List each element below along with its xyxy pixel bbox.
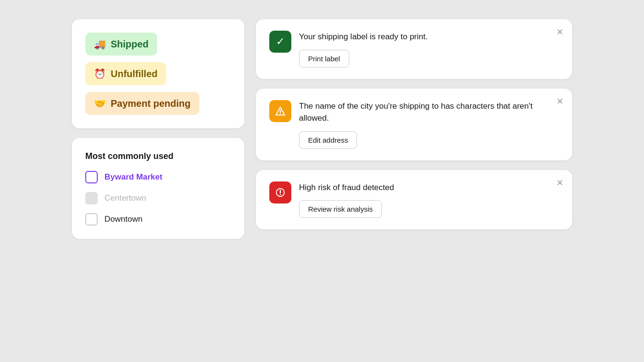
shipped-icon: 🚚 (94, 38, 106, 50)
mcu-item-downtown[interactable]: Downtown (85, 213, 231, 226)
notification-shipping-label: ✓ Your shipping label is ready to print.… (256, 19, 572, 79)
status-badges-card: 🚚 Shipped ⏰ Unfulfilled 🤝 Payment pendin… (72, 19, 244, 128)
review-risk-button[interactable]: Review risk analysis (299, 200, 382, 218)
right-column: ✓ Your shipping label is ready to print.… (256, 19, 572, 229)
close-fraud-notification[interactable]: ✕ (556, 179, 564, 187)
shipped-label: Shipped (111, 39, 149, 50)
main-layout: 🚚 Shipped ⏰ Unfulfilled 🤝 Payment pendin… (0, 0, 644, 362)
mcu-label-byward: Byward Market (104, 172, 162, 182)
notification-city-name: The name of the city you're shipping to … (256, 89, 572, 160)
close-shipping-notification[interactable]: ✕ (556, 28, 564, 36)
success-icon: ✓ (269, 31, 291, 53)
left-column: 🚚 Shipped ⏰ Unfulfilled 🤝 Payment pendin… (72, 19, 244, 239)
mcu-label-centertown: Centertown (104, 193, 146, 203)
mcu-label-downtown: Downtown (104, 215, 142, 224)
checkbox-downtown[interactable] (85, 213, 98, 226)
most-commonly-used-card: Most commonly used Byward Market Centert… (72, 138, 244, 239)
payment-label: Payment pending (111, 98, 191, 109)
payment-icon: 🤝 (94, 98, 106, 109)
notification-city-text: The name of the city you're shipping to … (299, 100, 559, 124)
mcu-list: Byward Market Centertown Downtown (85, 171, 231, 226)
close-city-notification[interactable]: ✕ (556, 97, 564, 106)
badge-payment-pending: 🤝 Payment pending (85, 92, 199, 115)
danger-icon (269, 181, 291, 204)
status-badges-list: 🚚 Shipped ⏰ Unfulfilled 🤝 Payment pendin… (85, 33, 231, 115)
checkbox-centertown (85, 192, 98, 204)
warning-icon (269, 100, 291, 122)
notification-shipping-content: Your shipping label is ready to print. P… (299, 31, 559, 68)
unfulfilled-label: Unfulfilled (111, 68, 158, 79)
notification-shipping-text: Your shipping label is ready to print. (299, 31, 559, 43)
notification-fraud-content: High risk of fraud detected Review risk … (299, 181, 559, 218)
badge-unfulfilled: ⏰ Unfulfilled (85, 62, 166, 85)
unfulfilled-icon: ⏰ (94, 68, 106, 79)
svg-point-4 (280, 194, 281, 195)
notification-city-content: The name of the city you're shipping to … (299, 100, 559, 149)
mcu-item-centertown: Centertown (85, 192, 231, 204)
edit-address-button[interactable]: Edit address (299, 131, 357, 149)
checkbox-byward[interactable] (85, 171, 98, 183)
badge-shipped: 🚚 Shipped (85, 33, 157, 56)
mcu-title: Most commonly used (85, 151, 231, 161)
mcu-item-byward[interactable]: Byward Market (85, 171, 231, 183)
svg-point-1 (280, 113, 281, 114)
notification-fraud: High risk of fraud detected Review risk … (256, 170, 572, 230)
notification-fraud-text: High risk of fraud detected (299, 181, 559, 194)
print-label-button[interactable]: Print label (299, 50, 349, 68)
